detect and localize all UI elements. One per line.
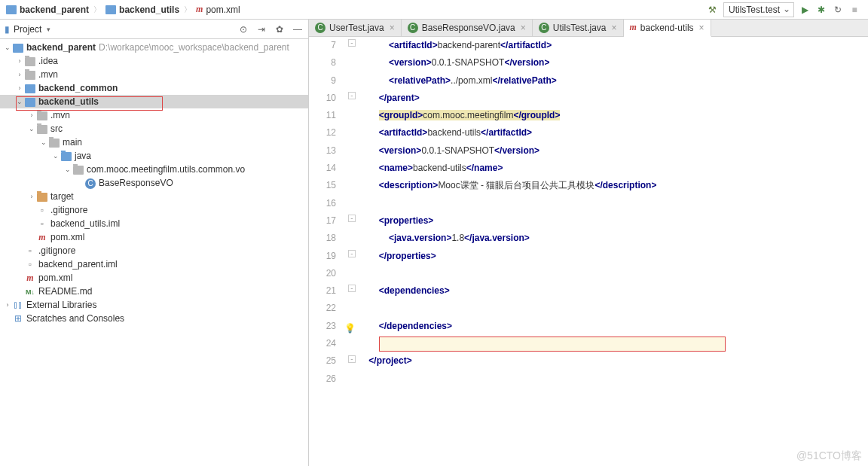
- code-line[interactable]: <properties>: [359, 212, 868, 230]
- tree-node[interactable]: ⌄backend_parentD:\workapce\mooc_workspac…: [0, 41, 308, 54]
- breadcrumb-item[interactable]: backend_parent: [3, 3, 92, 17]
- tree-node-label: target: [50, 191, 74, 202]
- tree-node[interactable]: ›backend_common: [0, 81, 308, 95]
- close-icon[interactable]: ×: [612, 23, 617, 33]
- maven-icon: m: [630, 22, 637, 33]
- project-tree[interactable]: ⌄backend_parentD:\workapce\mooc_workspac…: [0, 39, 308, 466]
- tree-node[interactable]: ›.mvn: [0, 68, 308, 81]
- code-line[interactable]: [359, 300, 868, 317]
- editor-tab[interactable]: CUtilsTest.java×: [533, 20, 624, 36]
- chevron-down-icon[interactable]: ▾: [47, 26, 50, 33]
- editor-tab[interactable]: CUserTest.java×: [309, 20, 402, 36]
- tree-node-label: .mvn: [38, 69, 58, 80]
- tree-node-label: backend_parent: [26, 42, 96, 53]
- fold-marker[interactable]: -: [348, 92, 356, 99]
- breadcrumb-item[interactable]: mpom.xml: [193, 2, 243, 17]
- editor-tab[interactable]: CBaseResponseVO.java×: [402, 20, 533, 36]
- chevron-right-icon[interactable]: ›: [15, 84, 24, 92]
- tree-node[interactable]: ›⫿⫿External Libraries: [0, 298, 308, 312]
- tree-node[interactable]: ▫.gitignore: [0, 244, 308, 257]
- chevron-right-icon[interactable]: ›: [15, 71, 24, 78]
- code-area[interactable]: 7891011121314151617181920212223242526 💡-…: [309, 37, 868, 466]
- code-line[interactable]: </parent>: [359, 90, 868, 107]
- code-line[interactable]: </properties>: [359, 248, 868, 265]
- run-config-dropdown[interactable]: UtilsTest.test: [723, 2, 794, 17]
- tree-node[interactable]: mpom.xml: [0, 230, 308, 244]
- code-line[interactable]: <name>backend-utils</name>: [359, 160, 868, 177]
- tree-node[interactable]: ⊞Scratches and Consoles: [0, 312, 308, 325]
- fold-marker[interactable]: -: [348, 250, 356, 257]
- chevron-down-icon[interactable]: ⌄: [27, 125, 36, 132]
- fold-marker[interactable]: -: [348, 215, 356, 222]
- code-content[interactable]: <artifactId>backend-parent</artifactId> …: [359, 37, 868, 466]
- code-line[interactable]: <version>0.0.1-SNAPSHOT</version>: [359, 54, 868, 72]
- tree-node[interactable]: ›target: [0, 190, 308, 203]
- settings-icon[interactable]: ✿: [274, 23, 286, 35]
- tree-node[interactable]: M↓README.md: [0, 285, 308, 298]
- code-line[interactable]: <description>Mooc课堂 - 猫眼后台项目公共工具模块</desc…: [359, 177, 868, 194]
- fold-marker[interactable]: -: [348, 285, 356, 292]
- code-line[interactable]: </dependencies>: [359, 318, 868, 335]
- close-icon[interactable]: ×: [699, 23, 704, 33]
- code-line[interactable]: <groupId>com.mooc.meetingfilm</groupId>: [359, 107, 868, 124]
- code-line[interactable]: [359, 265, 868, 282]
- coverage-icon[interactable]: ↻: [832, 4, 844, 16]
- chevron-down-icon[interactable]: ⌄: [63, 166, 72, 173]
- fold-column[interactable]: 💡------: [348, 37, 359, 466]
- chevron-right-icon[interactable]: ›: [3, 301, 12, 309]
- folder-icon: [24, 69, 36, 80]
- class-icon: C: [539, 23, 549, 33]
- intention-bulb-icon[interactable]: 💡: [344, 320, 356, 332]
- code-line[interactable]: </project>: [359, 352, 868, 370]
- editor-tab[interactable]: mbackend-utils×: [624, 20, 711, 37]
- tree-node[interactable]: ⌄main: [0, 136, 308, 149]
- code-line[interactable]: [359, 195, 868, 212]
- chevron-down-icon[interactable]: ⌄: [39, 139, 48, 146]
- tree-node[interactable]: mpom.xml: [0, 271, 308, 285]
- file-icon: ▫: [36, 218, 48, 229]
- code-line[interactable]: [359, 370, 868, 388]
- tree-node[interactable]: ▫backend_parent.iml: [0, 257, 308, 271]
- chevron-down-icon[interactable]: ⌄: [15, 98, 24, 105]
- chevron-right-icon[interactable]: ›: [27, 193, 36, 200]
- run-icon[interactable]: ▶: [799, 4, 811, 16]
- tree-node[interactable]: ⌄com.mooc.meetingfilm.utils.common.vo: [0, 163, 308, 176]
- tree-node[interactable]: ⌄backend_utils: [0, 95, 308, 108]
- module-icon: [105, 5, 116, 14]
- locate-icon[interactable]: ⊙: [237, 23, 249, 35]
- close-icon[interactable]: ×: [390, 23, 395, 33]
- tree-node[interactable]: ⌄src: [0, 122, 308, 136]
- tree-node[interactable]: ⌄java: [0, 149, 308, 163]
- fold-marker[interactable]: -: [348, 355, 356, 363]
- tree-node[interactable]: ›.idea: [0, 54, 308, 68]
- build-icon[interactable]: ⚒: [707, 4, 719, 16]
- debug-icon[interactable]: ✱: [815, 4, 827, 16]
- tree-node[interactable]: ▫.gitignore: [0, 203, 308, 217]
- chevron-right-icon[interactable]: ›: [15, 57, 24, 65]
- collapse-icon[interactable]: ⇥: [255, 23, 267, 35]
- fold-marker[interactable]: -: [348, 39, 356, 47]
- code-line[interactable]: <java.version>1.8</java.version>: [359, 230, 868, 247]
- code-line[interactable]: <artifactId>backend-parent</artifactId>: [359, 37, 868, 54]
- tree-node-label: README.md: [38, 286, 92, 297]
- file-icon: ▫: [36, 205, 48, 215]
- tree-node[interactable]: ›.mvn: [0, 108, 308, 122]
- line-number: 20: [309, 265, 336, 282]
- close-icon[interactable]: ×: [521, 23, 526, 33]
- tree-node-label: Scratches and Consoles: [26, 313, 124, 324]
- breadcrumb-item[interactable]: backend_utils: [102, 3, 182, 17]
- code-line[interactable]: [359, 335, 868, 352]
- hide-icon[interactable]: —: [292, 23, 304, 35]
- tree-node-label: src: [50, 123, 63, 134]
- chevron-down-icon[interactable]: ⌄: [3, 44, 12, 51]
- tree-node[interactable]: ▫backend_utils.iml: [0, 217, 308, 230]
- chevron-down-icon[interactable]: ⌄: [51, 152, 60, 160]
- chevron-right-icon[interactable]: ›: [27, 111, 36, 119]
- code-line[interactable]: <dependencies>: [359, 282, 868, 300]
- tree-node[interactable]: CBaseResponseVO: [0, 176, 308, 190]
- code-line[interactable]: <relativePath>../pom.xml</relativePath>: [359, 72, 868, 90]
- code-line[interactable]: <version>0.0.1-SNAPSHOT</version>: [359, 142, 868, 160]
- code-line[interactable]: <artifactId>backend-utils</artifactId>: [359, 124, 868, 142]
- line-number: 12: [309, 124, 336, 142]
- stop-icon[interactable]: ■: [848, 4, 860, 16]
